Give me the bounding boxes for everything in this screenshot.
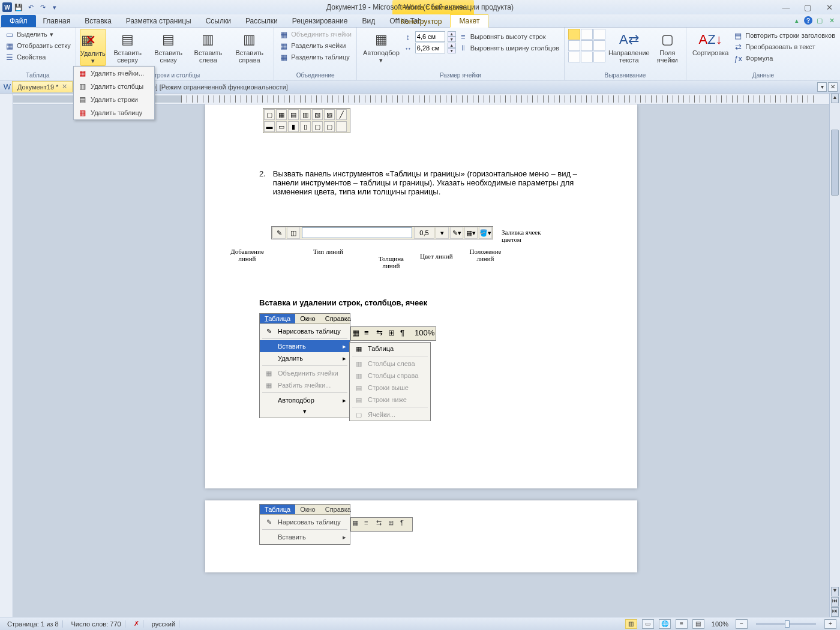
- autofit-label: Автоподбор▾: [363, 49, 400, 64]
- doctab-menu-icon[interactable]: ▾: [817, 82, 827, 92]
- tab-mailings[interactable]: Рассылки: [238, 15, 285, 27]
- select-button[interactable]: ▭Выделить ▾: [4, 29, 72, 40]
- split-cells-button[interactable]: ▦Разделить ячейки: [278, 40, 353, 51]
- grid-icon: ▦: [5, 41, 14, 50]
- gridlines-label: Отобразить сетку: [17, 42, 71, 49]
- delete-button[interactable]: ▦✕ Удалить▾: [80, 29, 106, 66]
- title-bar: Работа с таблицами W 💾 ↶ ↷ ▾ Документ19 …: [0, 0, 840, 14]
- width-up[interactable]: ▲: [448, 43, 456, 48]
- file-tab[interactable]: Файл: [1, 15, 36, 27]
- repeat-header-icon: ▤: [733, 31, 743, 40]
- group-table: ▭Выделить ▾ ▦Отобразить сетку ☰Свойства …: [0, 28, 76, 80]
- height-icon: ↕: [403, 32, 413, 41]
- width-icon: ↔: [403, 43, 413, 53]
- sort-button[interactable]: AZ↓ Сортировка: [690, 29, 731, 58]
- insert-above-button[interactable]: ▤ Вставить сверху: [107, 29, 148, 65]
- quick-access-toolbar: W 💾 ↶ ↷ ▾: [2, 2, 60, 13]
- merge-cells-button[interactable]: ▦Объединить ячейки: [278, 29, 353, 40]
- align-tc[interactable]: [581, 29, 593, 40]
- align-mr[interactable]: [593, 40, 605, 51]
- minimize-button[interactable]: —: [778, 2, 794, 12]
- save-icon[interactable]: 💾: [13, 2, 24, 13]
- doctab-close-all-icon[interactable]: ✕: [828, 82, 838, 92]
- group-merge: ▦Объединить ячейки ▦Разделить ячейки ▦Ра…: [274, 28, 357, 80]
- doctab-word-icon: W: [2, 82, 12, 92]
- tab-table-design[interactable]: Конструктор: [392, 16, 450, 28]
- distribute-rows-button[interactable]: ≡Выровнять высоту строк: [457, 31, 560, 42]
- delete-label: Удалить▾: [80, 50, 106, 64]
- align-bc[interactable]: [581, 52, 593, 62]
- insert-right-button[interactable]: ▥ Вставить справа: [229, 29, 270, 65]
- qat-customize-icon[interactable]: ▾: [49, 2, 60, 13]
- insert-right-label: Вставить справа: [231, 49, 268, 64]
- to-text-icon: ⇄: [733, 42, 743, 52]
- delete-columns-item[interactable]: ▥Удалить столбцы: [74, 80, 154, 93]
- cell-margins-icon: ▢: [658, 30, 677, 49]
- doctab-active[interactable]: Документ19 * ✕: [12, 81, 73, 92]
- text-direction-button[interactable]: A⇄ Направление текста: [607, 29, 652, 65]
- select-label: Выделить: [17, 31, 47, 38]
- delete-dropdown: ▦Удалить ячейки... ▥Удалить столбцы ▤Уда…: [73, 66, 155, 94]
- col-width-field[interactable]: [415, 43, 445, 53]
- align-mc[interactable]: [581, 40, 593, 51]
- sort-icon: AZ↓: [701, 30, 720, 49]
- merge-icon: ▦: [279, 29, 289, 39]
- insert-below-label: Вставить снизу: [152, 49, 185, 64]
- formula-button[interactable]: ƒxФормула: [732, 53, 836, 64]
- sort-label: Сортировка: [692, 49, 728, 56]
- group-alignment-label: Выравнивание: [568, 72, 682, 80]
- close-button[interactable]: ✕: [821, 2, 838, 12]
- tab-page-layout[interactable]: Разметка страницы: [119, 15, 199, 27]
- col-width-input[interactable]: ↔ ▲▼: [403, 43, 456, 53]
- align-tr[interactable]: [593, 29, 605, 40]
- row-height-input[interactable]: ↕ ▲▼: [403, 31, 456, 42]
- align-tl[interactable]: [568, 29, 580, 40]
- insert-left-button[interactable]: ▥ Вставить слева: [188, 29, 227, 65]
- repeat-header-label: Повторить строки заголовков: [745, 32, 835, 39]
- split-table-button[interactable]: ▦Разделить таблицу: [278, 52, 353, 62]
- help-icon[interactable]: ?: [804, 16, 812, 25]
- autofit-button[interactable]: ▦ Автоподбор▾: [361, 29, 402, 65]
- insert-left-label: Вставить слева: [191, 49, 225, 64]
- tab-review[interactable]: Рецензирование: [285, 15, 355, 27]
- delete-cells-label: Удалить ячейки...: [91, 70, 144, 77]
- insert-below-button[interactable]: ▤ Вставить снизу: [149, 29, 188, 65]
- cell-margins-button[interactable]: ▢ Поля ячейки: [653, 29, 682, 65]
- dist-cols-icon: ⦀: [458, 43, 468, 53]
- distribute-cols-button[interactable]: ⦀Выровнять ширину столбцов: [457, 43, 560, 53]
- group-alignment: A⇄ Направление текста ▢ Поля ячейки Выра…: [565, 28, 686, 80]
- repeat-header-button[interactable]: ▤Повторить строки заголовков: [732, 30, 836, 41]
- maximize-button[interactable]: ▢: [799, 2, 816, 12]
- close-document-icon[interactable]: ✕: [827, 16, 836, 25]
- dist-rows-label: Выровнять высоту строк: [470, 33, 546, 40]
- tab-insert[interactable]: Вставка: [77, 15, 119, 27]
- properties-button[interactable]: ☰Свойства: [4, 52, 72, 62]
- restore-window-icon[interactable]: ▢: [815, 16, 824, 25]
- group-data: AZ↓ Сортировка ▤Повторить строки заголов…: [686, 28, 840, 80]
- view-gridlines-button[interactable]: ▦Отобразить сетку: [4, 40, 72, 51]
- tab-references[interactable]: Ссылки: [199, 15, 238, 27]
- height-down[interactable]: ▼: [448, 37, 456, 42]
- minimize-ribbon-icon[interactable]: ▴: [792, 16, 802, 25]
- width-down[interactable]: ▼: [448, 48, 456, 53]
- convert-to-text-button[interactable]: ⇄Преобразовать в текст: [732, 41, 836, 52]
- delete-cells-item[interactable]: ▦Удалить ячейки...: [74, 67, 154, 80]
- undo-icon[interactable]: ↶: [25, 2, 36, 13]
- delete-columns-label: Удалить столбцы: [91, 83, 143, 90]
- tab-home[interactable]: Главная: [36, 15, 78, 27]
- tab-table-layout[interactable]: Макет: [450, 14, 488, 28]
- align-ml[interactable]: [568, 40, 580, 51]
- merge-cells-label: Объединить ячейки: [291, 31, 352, 38]
- redo-icon[interactable]: ↷: [37, 2, 48, 13]
- row-height-field[interactable]: [415, 31, 445, 42]
- properties-icon: ☰: [5, 52, 14, 62]
- align-bl[interactable]: [568, 52, 580, 62]
- delete-rows-item[interactable]: ▤Удалить строки: [74, 93, 154, 94]
- height-up[interactable]: ▲: [448, 31, 456, 37]
- delete-columns-icon: ▥: [77, 82, 87, 91]
- doctab-close-icon[interactable]: ✕: [62, 83, 67, 91]
- dist-rows-icon: ≡: [458, 32, 468, 41]
- align-br[interactable]: [593, 52, 605, 62]
- tab-view[interactable]: Вид: [355, 15, 382, 27]
- alignment-grid: [568, 29, 605, 62]
